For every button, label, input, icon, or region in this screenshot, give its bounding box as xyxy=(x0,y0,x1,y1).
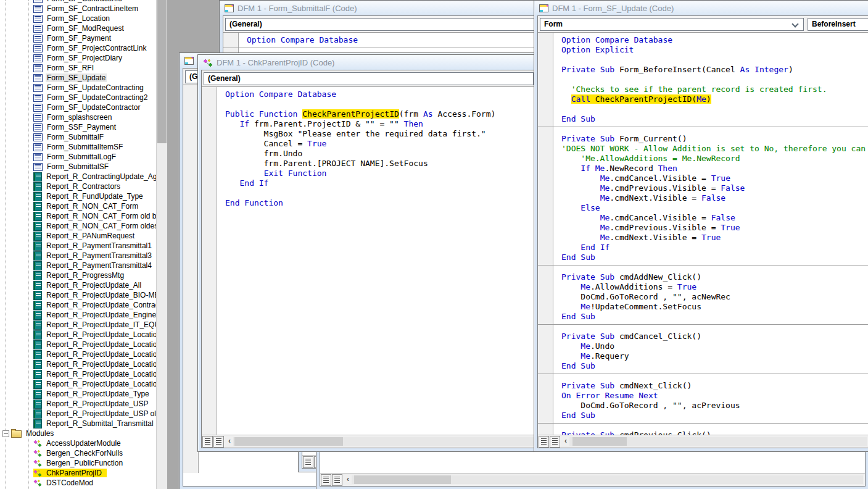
tree-item-label: Report_R_ProjectUpdate_USP old v xyxy=(45,409,156,418)
tree-item-report-r-submittal-transmittal[interactable]: Report_R_Submittal_Transmittal xyxy=(0,419,156,428)
split-view-button[interactable] xyxy=(550,436,560,448)
scrollbar-track[interactable] xyxy=(352,475,863,484)
split-view-button[interactable] xyxy=(321,474,331,486)
tree-item-form-sf-modrequest[interactable]: Form_SF_ModRequest xyxy=(0,23,156,33)
tree-item-form-splashscreen[interactable]: Form_splashscreen xyxy=(0,112,156,122)
scrollbar-thumb[interactable] xyxy=(572,437,627,446)
project-explorer-scrollbar[interactable] xyxy=(156,0,167,489)
procedure-combo[interactable]: BeforeInsert xyxy=(808,18,868,31)
tree-item-form-sf-projectdiary[interactable]: Form_SF_ProjectDiary xyxy=(0,53,156,63)
object-combo[interactable]: (General) xyxy=(204,72,534,85)
code-line: Private Sub Form_Current() xyxy=(561,134,868,144)
tree-item-modules[interactable]: Modules xyxy=(0,428,156,438)
tree-item-report-r-projectupdate-all[interactable]: Report_R_ProjectUpdate_All xyxy=(0,280,156,290)
tree-item-report-r-paymenttransmittal4[interactable]: Report_R_PaymentTransmittal4 xyxy=(0,261,156,270)
window-titlebar[interactable]: DFM 1 - ChkParentProjID (Code) xyxy=(199,56,539,70)
split-view-button[interactable] xyxy=(332,474,342,486)
tree-item-form-sf-updatecontracting2[interactable]: Form_SF_UpdateContracting2 xyxy=(0,93,156,102)
window-titlebar[interactable]: DFM 1 - Form_SF_Update (Code) xyxy=(535,1,868,15)
object-combo[interactable]: Form xyxy=(540,18,804,31)
tree-item-report-r-projectupdate-locationo[interactable]: Report_R_ProjectUpdate_LocationO xyxy=(0,359,156,369)
tree-item-dstcodemod[interactable]: DSTCodeMod xyxy=(0,478,156,488)
tree-item-report-r-projectupdate-locationo[interactable]: Report_R_ProjectUpdate_LocationO xyxy=(0,379,156,389)
tree-item-report-r-non-cat-form-old-backu[interactable]: Report_R_NON_CAT_Form old backu xyxy=(0,211,156,221)
code-line: 'Checks to see if the parent record is c… xyxy=(561,85,868,94)
code-line: If Me.NewRecord Then xyxy=(561,164,868,173)
tree-item-report-r-projectupdate-it-equip[interactable]: Report_R_ProjectUpdate_IT_EQUIP xyxy=(0,320,156,330)
tree-item-report-r-projectupdate-location-l[interactable]: Report_R_ProjectUpdate_Location_L xyxy=(0,349,156,359)
tree-item-form-submittalitemsf[interactable]: Form_SubmittalItemSF xyxy=(0,142,156,152)
tree-item-report-r-panumrequest[interactable]: Report_R_PANumRequest xyxy=(0,231,156,241)
scroll-left-icon[interactable]: ‹ xyxy=(347,475,349,483)
tree-item-form-sf-rfi[interactable]: Form_SF_RFI xyxy=(0,63,156,73)
code-line: Me.cmdPrevious.Visible = True xyxy=(561,223,868,233)
report-icon xyxy=(33,370,42,379)
tree-item-report-r-projectupdate-contracto[interactable]: Report_R_ProjectUpdate_Contracto xyxy=(0,300,156,310)
collapse-expander-icon[interactable] xyxy=(2,430,9,437)
tree-item-report-r-projectupdate-usp[interactable]: Report_R_ProjectUpdate_USP xyxy=(0,399,156,409)
tree-item-accessupdatermodule[interactable]: AccessUpdaterModule xyxy=(0,438,156,448)
chevron-down-icon[interactable] xyxy=(792,20,798,27)
tree-item-form-submittallogf[interactable]: Form_SubmittalLogF xyxy=(0,152,156,162)
report-icon xyxy=(33,281,42,290)
horizontal-scrollbar[interactable]: ‹ xyxy=(538,435,868,448)
tree-item-form-submittalsf[interactable]: Form_SubmittalSF xyxy=(0,162,156,172)
tree-item-bergen-checkfornulls[interactable]: Bergen_CheckForNulls xyxy=(0,448,156,458)
split-view-button[interactable] xyxy=(202,436,213,448)
scrollbar-thumb[interactable] xyxy=(234,437,343,446)
tree-item-report-r-paymenttransmittal3[interactable]: Report_R_PaymentTransmittal3 xyxy=(0,251,156,261)
tree-item-report-r-projectupdate-type[interactable]: Report_R_ProjectUpdate_Type xyxy=(0,389,156,399)
split-view-button[interactable] xyxy=(303,456,313,468)
tree-item-report-r-fundupdate-type[interactable]: Report_R_FundUpdate_Type xyxy=(0,191,156,201)
tree-item-label: Form_SSF_Payment xyxy=(46,123,117,132)
tree-item-form-sf-updatecontractor[interactable]: Form_SF_UpdateContractor xyxy=(0,102,156,112)
split-view-button[interactable] xyxy=(539,436,549,448)
tree-item-label: Bergen_CheckForNulls xyxy=(45,449,124,458)
scrollbar-thumb[interactable] xyxy=(354,475,451,484)
module-icon xyxy=(33,479,42,487)
tree-item-form-submittalf[interactable]: Form_SubmittalF xyxy=(0,132,156,142)
tree-item-label: Report_R_FundUpdate_Type xyxy=(45,192,144,201)
tree-item-form-sf-update[interactable]: Form_SF_Update xyxy=(0,73,156,83)
horizontal-scrollbar[interactable]: ‹ xyxy=(202,435,535,448)
scroll-left-icon[interactable]: ‹ xyxy=(228,437,231,445)
module-icon xyxy=(33,449,42,458)
scrollbar-thumb[interactable] xyxy=(157,0,167,143)
tree-item-report-r-projectupdate-bio-med[interactable]: Report_R_ProjectUpdate_BIO-MED xyxy=(0,290,156,300)
scrollbar-track[interactable] xyxy=(233,437,534,446)
tree-item-form-ssf-payment[interactable]: Form_SSF_Payment xyxy=(0,122,156,132)
tree-item-report-r-progressmtg[interactable]: Report_R_ProgressMtg xyxy=(0,270,156,280)
tree-item-form-sf-payment[interactable]: Form_SF_Payment xyxy=(0,33,156,43)
report-icon xyxy=(33,330,42,340)
tree-item-form-sf-projectcontractlink[interactable]: Form_SF_ProjectContractLink xyxy=(0,43,156,53)
tree-item-form-sf-location[interactable]: Form_SF_Location xyxy=(0,14,156,23)
code-line: 'Me.AllowAdditions = Me.NewRecord xyxy=(561,154,868,164)
tree-item-report-r-projectupdate-engineer[interactable]: Report_R_ProjectUpdate_Engineer xyxy=(0,310,156,320)
tree-item-report-r-projectupdate-locationo[interactable]: Report_R_ProjectUpdate_LocationO xyxy=(0,369,156,379)
tree-item-report-r-non-cat-form-oldest-ba[interactable]: Report_R_NON_CAT_Form oldest ba xyxy=(0,221,156,231)
tree-item-form-sf-updatecontracting[interactable]: Form_SF_UpdateContracting xyxy=(0,83,156,93)
tree-item-report-r-contractors[interactable]: Report_R_Contractors xyxy=(0,182,156,191)
form-icon xyxy=(33,104,43,112)
scrollbar-track[interactable] xyxy=(569,437,867,446)
tree-item-label: Report_R_NON_CAT_Form oldest ba xyxy=(45,222,156,230)
code-area[interactable]: Option Compare Database Public Function … xyxy=(202,87,535,435)
tree-item-report-r-non-cat-form[interactable]: Report_R_NON_CAT_Form xyxy=(0,201,156,211)
tree-item-label: Report_R_Submittal_Transmittal xyxy=(45,419,155,428)
tree-item-report-r-projectupdate-location-l[interactable]: Report_R_ProjectUpdate_Location_L xyxy=(0,340,156,349)
scroll-left-icon[interactable]: ‹ xyxy=(564,437,567,445)
report-icon xyxy=(33,399,42,409)
tree-item-chkparentprojid[interactable]: ChkParentProjID xyxy=(0,468,156,478)
tree-item-report-r-projectupdate-usp-old-v[interactable]: Report_R_ProjectUpdate_USP old v xyxy=(0,409,156,419)
tree-item-label: Report_R_NON_CAT_Form xyxy=(45,202,139,211)
tree-item-form-sf-contractlineitem[interactable]: Form_SF_ContractLineItem xyxy=(0,4,156,14)
code-line: End Sub xyxy=(561,253,868,262)
split-view-button[interactable] xyxy=(213,436,224,448)
code-area[interactable]: Option Compare DatabaseOption Explicit P… xyxy=(538,33,868,435)
tree-item-bergen-publicfunction[interactable]: Bergen_PublicFunction xyxy=(0,458,156,468)
horizontal-scrollbar[interactable]: ‹ xyxy=(320,473,865,486)
tree-item-report-r-paymenttransmittal1[interactable]: Report_R_PaymentTransmittal1 xyxy=(0,241,156,251)
tree-item-report-r-projectupdate-location[interactable]: Report_R_ProjectUpdate_Location xyxy=(0,330,156,340)
report-icon xyxy=(33,202,42,211)
tree-item-report-r-contractingupdate-agen[interactable]: Report_R_ContractingUpdate_Agen xyxy=(0,172,156,182)
